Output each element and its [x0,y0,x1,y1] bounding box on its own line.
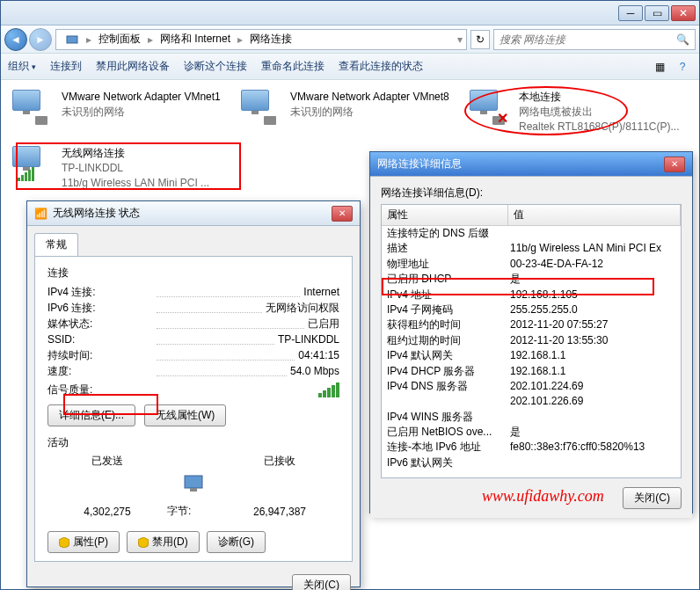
ssid-value: TP-LINKDDL [278,331,339,347]
detail-value [510,455,675,470]
breadcrumb[interactable]: ▸ 控制面板 ▸ 网络和 Internet ▸ 网络连接 ▾ [55,29,467,50]
detail-row[interactable]: IPv4 默认网关192.168.1.1 [382,348,681,363]
organize-menu[interactable]: 组织 [8,59,36,74]
sent-label: 已发送 [47,454,167,469]
detail-key: 已启用 NetBIOS ove... [387,425,510,440]
detail-row[interactable]: 已启用 DHCP是 [382,272,681,287]
detail-value: 192.168.1.1 [510,348,675,363]
crumb-network[interactable]: 网络和 Internet [155,32,236,47]
watermark-text: www.ufidawhy.com [482,487,604,506]
ssid-label: SSID: [47,331,153,347]
detail-row[interactable]: IPv4 WINS 服务器 [382,410,681,425]
detail-row[interactable]: IPv6 默认网关 [382,455,681,470]
view-status-button[interactable]: 查看此连接的状态 [339,59,423,74]
detail-value: 255.255.255.0 [510,302,675,317]
help-icon[interactable]: ? [673,57,692,76]
ipv6-label: IPv6 连接: [47,300,153,316]
duration-label: 持续时间: [47,347,153,363]
detail-row[interactable]: 获得租约的时间2012-11-20 07:55:27 [382,317,681,332]
adapter-local[interactable]: ✕ 本地连接 网络电缆被拔出 Realtek RTL8168C(P)/8111C… [465,85,685,138]
detail-row[interactable]: 连接-本地 IPv6 地址fe80::38e3:f76:cff0:5820%13 [382,440,681,455]
adapter-vmnet1[interactable]: VMware Network Adapter VMnet1 未识别的网络 [8,85,228,138]
detail-row[interactable]: IPv4 地址192.168.1.105 [382,288,681,302]
detail-key: 获得租约的时间 [387,317,510,332]
detail-row[interactable]: IPv4 子网掩码255.255.255.0 [382,302,681,317]
close-button[interactable]: ✕ [664,157,685,172]
toolbar: 组织 连接到 禁用此网络设备 诊断这个连接 重命名此连接 查看此连接的状态 ▦ … [1,54,699,80]
forward-button[interactable]: ► [29,28,52,51]
diagnose-button[interactable]: 诊断这个连接 [184,59,247,74]
detail-key: 物理地址 [387,257,510,272]
bytes-label: 字节: [167,504,220,519]
recv-label: 已接收 [220,454,339,469]
crumb-control-panel[interactable]: 控制面板 [93,32,146,47]
detail-row[interactable]: 租约过期的时间2012-11-20 13:55:30 [382,333,681,348]
bytes-recv: 26,947,387 [220,506,339,518]
detail-value [510,410,675,425]
section-activity: 活动 [47,435,339,450]
detail-key: IPv4 地址 [387,288,510,302]
maximize-button[interactable]: ▭ [645,5,669,21]
search-input[interactable] [499,33,676,46]
close-dialog-button[interactable]: 关闭(C) [623,487,682,509]
connect-to-button[interactable]: 连接到 [50,59,82,74]
col-property[interactable]: 属性 [382,205,508,225]
tab-general[interactable]: 常规 [34,233,78,256]
dialog-titlebar[interactable]: 📶 无线网络连接 状态 ✕ [27,201,360,226]
adapter-wireless[interactable]: 无线网络连接 TP-LINKDDL 11b/g Wireless LAN Min… [8,142,228,194]
adapter-status: 未识别的网络 [290,105,449,120]
dialog-title: 无线网络连接 状态 [53,206,332,221]
adapter-vmnet8[interactable]: VMware Network Adapter VMnet8 未识别的网络 [237,85,456,138]
svg-rect-0 [67,36,77,43]
tab-strip: 常规 [34,233,353,256]
detail-row[interactable]: 连接特定的 DNS 后缀 [382,226,681,241]
detail-row[interactable]: 物理地址00-23-4E-DA-FA-12 [382,257,681,272]
disable-device-button[interactable]: 禁用此网络设备 [96,59,170,74]
detail-key: IPv6 默认网关 [387,455,510,470]
back-button[interactable]: ◄ [4,28,27,51]
close-button[interactable]: ✕ [332,206,353,222]
detail-value: 192.168.1.1 [510,364,675,379]
rename-button[interactable]: 重命名此连接 [261,59,324,74]
detail-value: 202.101.226.69 [510,394,675,409]
detail-row[interactable]: IPv4 DHCP 服务器192.168.1.1 [382,364,681,379]
detail-row[interactable]: 202.101.226.69 [382,394,681,409]
svg-rect-2 [190,488,197,492]
detail-row[interactable]: 已启用 NetBIOS ove...是 [382,425,681,440]
media-value: 已启用 [308,316,339,331]
titlebar: ─ ▭ ✕ [1,1,699,25]
detail-key: IPv4 DNS 服务器 [387,379,510,394]
close-dialog-button[interactable]: 关闭(C) [292,574,351,590]
refresh-button[interactable]: ↻ [470,30,490,49]
minimize-button[interactable]: ─ [618,5,643,21]
detail-key: 租约过期的时间 [387,333,510,348]
adapter-status: 未识别的网络 [62,105,221,120]
diagnose-button[interactable]: 诊断(G) [207,531,266,553]
wireless-properties-button[interactable]: 无线属性(W) [144,404,226,426]
crumb-root[interactable] [60,33,84,47]
network-adapter-icon [12,90,55,125]
address-bar: ◄ ► ▸ 控制面板 ▸ 网络和 Internet ▸ 网络连接 ▾ ↻ 🔍 [1,25,699,54]
shield-icon [59,537,69,548]
view-menu-icon[interactable]: ▦ [650,57,669,76]
dialog-titlebar[interactable]: 网络连接详细信息 ✕ [370,152,692,177]
close-button[interactable]: ✕ [671,5,696,21]
duration-value: 04:41:15 [298,347,339,363]
wireless-adapter-icon [12,146,55,181]
properties-button[interactable]: 属性(P) [47,531,120,553]
details-label: 网络连接详细信息(D): [381,186,682,200]
adapter-status: TP-LINKDDL [62,161,209,176]
search-box[interactable]: 🔍 [493,29,696,50]
detail-row[interactable]: 描述11b/g Wireless LAN Mini PCI Ex [382,241,681,256]
adapter-device: Realtek RTL8168C(P)/8111C(P)... [519,120,680,135]
dialog-title: 网络连接详细信息 [377,157,664,171]
search-icon[interactable]: 🔍 [676,33,689,46]
details-button[interactable]: 详细信息(E)... [47,404,135,426]
col-value[interactable]: 值 [508,205,681,225]
crumb-connections[interactable]: 网络连接 [244,32,297,47]
detail-value: 11b/g Wireless LAN Mini PCI Ex [510,241,675,256]
adapter-name: 本地连接 [519,90,680,105]
detail-row[interactable]: IPv4 DNS 服务器202.101.224.69 [382,379,681,394]
disable-button[interactable]: 禁用(D) [127,531,200,553]
chevron-down-icon[interactable]: ▾ [457,33,463,46]
